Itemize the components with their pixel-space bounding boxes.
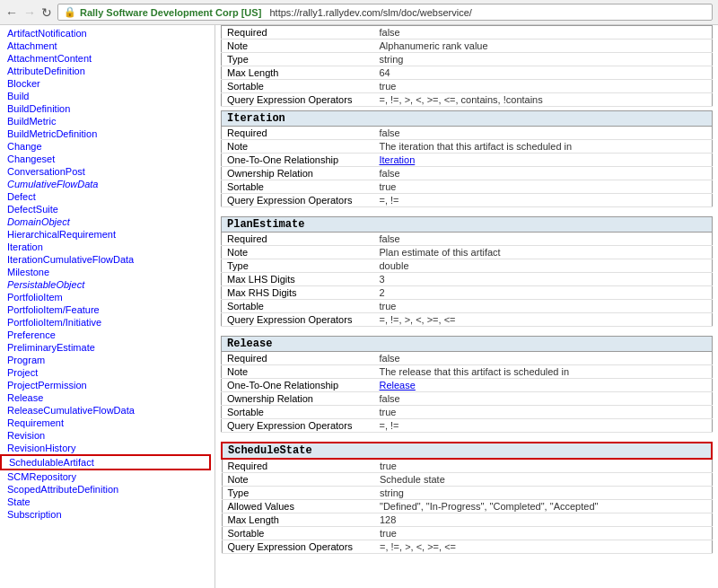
sidebar-item-subscription[interactable]: Subscription [0, 508, 215, 521]
sidebar-item-portfolioitem-initiative[interactable]: PortfolioItem/Initiative [0, 316, 215, 329]
row-label: Required [222, 352, 374, 365]
sidebar-item-persistableobject[interactable]: PersistableObject [0, 278, 215, 291]
row-label: Query Expression Operators [222, 419, 374, 433]
sidebar-item-projectpermission[interactable]: ProjectPermission [0, 379, 215, 391]
section-title: Release [222, 337, 713, 352]
section-header: Release [222, 337, 713, 352]
sidebar-item-project[interactable]: Project [0, 366, 215, 379]
main-layout: ArtifactNotificationAttachmentAttachment… [0, 25, 718, 588]
sidebar-item-preliminaryestimate[interactable]: PreliminaryEstimate [0, 341, 215, 354]
row-label: Allowed Values [222, 500, 374, 513]
table-row: Sortabletrue [222, 300, 713, 313]
table-row: NoteSchedule state [222, 473, 712, 487]
sidebar[interactable]: ArtifactNotificationAttachmentAttachment… [0, 25, 215, 588]
lock-icon: 🔒 [64, 6, 76, 18]
row-value: false [374, 26, 713, 39]
row-label: One-To-One Relationship [222, 379, 374, 392]
table-row: Ownership Relationfalse [222, 167, 713, 180]
row-value: "Defined", "In-Progress", "Completed", "… [374, 500, 712, 513]
table-row: NoteThe release that this artifact is sc… [222, 365, 713, 379]
table-row: Max RHS Digits2 [222, 286, 713, 300]
sidebar-item-revision[interactable]: Revision [0, 429, 215, 442]
sidebar-item-buildmetricdefinition[interactable]: BuildMetricDefinition [0, 127, 215, 140]
sidebar-item-scopedattributedefinition[interactable]: ScopedAttributeDefinition [0, 483, 215, 496]
row-label: Ownership Relation [222, 392, 374, 406]
sidebar-item-releasecumulativeflowdata[interactable]: ReleaseCumulativeFlowData [0, 404, 215, 417]
row-value: false [374, 352, 713, 365]
sidebar-item-state[interactable]: State [0, 496, 215, 508]
address-text: Rally Software Development Corp [US] htt… [80, 7, 706, 18]
table-row: Sortabletrue [222, 80, 713, 93]
row-value: true [374, 180, 713, 194]
row-label: Type [222, 487, 374, 500]
sidebar-item-scmrepository[interactable]: SCMRepository [0, 470, 215, 483]
table-row: Query Expression Operators=, !=, >, <, >… [222, 93, 713, 107]
row-value: 64 [374, 66, 713, 80]
row-value: =, != [374, 419, 713, 433]
sidebar-item-buildmetric[interactable]: BuildMetric [0, 115, 215, 127]
section-table: ScheduleStateRequiredtrueNoteSchedule st… [221, 442, 713, 554]
forward-button[interactable]: → [23, 5, 36, 20]
row-value: true [374, 300, 713, 313]
row-value: true [374, 459, 712, 473]
row-value: Plan estimate of this artifact [374, 246, 713, 259]
sidebar-item-domainobject[interactable]: DomainObject [0, 215, 215, 228]
sidebar-item-release[interactable]: Release [0, 391, 215, 404]
sidebar-item-cumulativeflowdata[interactable]: CumulativeFlowData [0, 178, 215, 190]
row-label: Max RHS Digits [222, 286, 374, 300]
sidebar-item-build[interactable]: Build [0, 90, 215, 102]
sidebar-item-attachment[interactable]: Attachment [0, 39, 215, 52]
row-value: Alphanumeric rank value [374, 39, 713, 53]
sidebar-item-portfolioitem[interactable]: PortfolioItem [0, 291, 215, 303]
content-area: RequiredfalseNoteAlphanumeric rank value… [215, 25, 718, 588]
sidebar-item-program[interactable]: Program [0, 354, 215, 366]
address-bar[interactable]: 🔒 Rally Software Development Corp [US] h… [57, 4, 713, 21]
back-button[interactable]: ← [5, 5, 18, 20]
row-label: Max LHS Digits [222, 273, 374, 286]
row-value: true [374, 80, 713, 93]
section-release: ReleaseRequiredfalseNoteThe release that… [221, 336, 713, 433]
sidebar-item-requirement[interactable]: Requirement [0, 417, 215, 429]
row-label: Type [222, 53, 374, 66]
sidebar-item-iterationcumulativeflowdata[interactable]: IterationCumulativeFlowData [0, 253, 215, 266]
sidebar-item-attachmentcontent[interactable]: AttachmentContent [0, 52, 215, 65]
sidebar-item-blocker[interactable]: Blocker [0, 77, 215, 90]
sidebar-item-schedulableartifact[interactable]: SchedulableArtifact [0, 454, 211, 470]
sidebar-item-attributedefinition[interactable]: AttributeDefinition [0, 65, 215, 77]
table-row: Ownership Relationfalse [222, 392, 713, 406]
sidebar-item-change[interactable]: Change [0, 140, 215, 153]
row-value: false [374, 127, 713, 140]
row-value: =, != [374, 194, 713, 207]
sidebar-item-conversationpost[interactable]: ConversationPost [0, 165, 215, 178]
row-label: Note [222, 473, 374, 487]
sidebar-item-preference[interactable]: Preference [0, 329, 215, 341]
row-label: Note [222, 246, 374, 259]
sidebar-item-revisionhistory[interactable]: RevisionHistory [0, 442, 215, 454]
sidebar-item-iteration[interactable]: Iteration [0, 241, 215, 253]
sidebar-item-changeset[interactable]: Changeset [0, 153, 215, 165]
table-row: Max Length64 [222, 66, 713, 80]
refresh-button[interactable]: ↻ [41, 5, 52, 20]
sidebar-item-portfolioitem-feature[interactable]: PortfolioItem/Feature [0, 303, 215, 316]
row-label: Query Expression Operators [222, 194, 374, 207]
row-label: Required [222, 459, 374, 473]
sidebar-item-hierarchicalrequirement[interactable]: HierarchicalRequirement [0, 228, 215, 241]
row-label: Ownership Relation [222, 167, 374, 180]
sidebar-item-defectsuite[interactable]: DefectSuite [0, 203, 215, 215]
row-value[interactable]: Release [374, 379, 713, 392]
sidebar-item-artifactnotification[interactable]: ArtifactNotification [0, 27, 215, 39]
row-label: Sortable [222, 80, 374, 93]
row-value: true [374, 406, 713, 419]
site-label: Rally Software Development Corp [US] [80, 7, 261, 18]
table-row: Query Expression Operators=, != [222, 194, 713, 207]
row-label: Required [222, 233, 374, 246]
sidebar-item-milestone[interactable]: Milestone [0, 266, 215, 278]
sidebar-item-builddefinition[interactable]: BuildDefinition [0, 102, 215, 115]
url-text: https://rally1.rallydev.com/slm/doc/webs… [270, 7, 472, 18]
sidebar-item-defect[interactable]: Defect [0, 190, 215, 203]
row-label: Note [222, 140, 374, 154]
row-value[interactable]: Iteration [374, 154, 713, 167]
browser-bar: ← → ↻ 🔒 Rally Software Development Corp … [0, 0, 718, 25]
table-row: NoteAlphanumeric rank value [222, 39, 713, 53]
section-header: ScheduleState [222, 443, 712, 459]
